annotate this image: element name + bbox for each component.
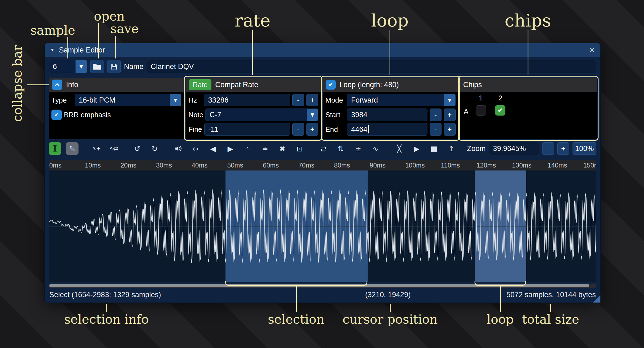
undo-icon: ↺ bbox=[134, 145, 140, 153]
normalize-icon: ↔ bbox=[193, 145, 199, 153]
annotation-line-selection-info bbox=[106, 304, 107, 312]
chevron-down-icon: ▼ bbox=[170, 94, 181, 106]
open-button[interactable] bbox=[90, 60, 104, 73]
window-collapse-icon[interactable]: ▼ bbox=[50, 47, 55, 53]
annotation-sample: sample bbox=[30, 23, 75, 38]
filter-button[interactable]: ∿ bbox=[369, 142, 382, 155]
invert-button[interactable]: ⇅ bbox=[335, 142, 347, 155]
annotation-cursor-position: cursor position bbox=[342, 312, 437, 327]
ruler-label: 20ms bbox=[120, 162, 136, 169]
redo-button[interactable]: ↻ bbox=[148, 142, 161, 155]
fade-out-button[interactable]: ▶ bbox=[224, 142, 237, 155]
ruler-label: 110ms bbox=[441, 162, 460, 169]
loop-annotation-box bbox=[321, 76, 460, 141]
floppy-icon bbox=[110, 63, 118, 70]
ruler-label: 60ms bbox=[263, 162, 279, 169]
annotation-line-selection bbox=[296, 286, 297, 312]
fade-in-button[interactable]: ◀ bbox=[207, 142, 219, 155]
zoom-reset-button[interactable]: 100% bbox=[573, 142, 596, 155]
resample-button[interactable]: ∿⇄ bbox=[107, 142, 120, 155]
cursor-position-text: (3210, 19429) bbox=[365, 291, 411, 299]
chevron-down-icon: ▼ bbox=[76, 60, 87, 73]
zoom-value: 39.9645% bbox=[493, 145, 526, 153]
name-input[interactable]: Clarinet DQV bbox=[147, 60, 596, 73]
zoom-minus-button[interactable]: - bbox=[542, 142, 554, 155]
zoom-input[interactable]: 39.9645% bbox=[489, 142, 539, 155]
undo-button[interactable]: ↺ bbox=[131, 142, 143, 155]
brr-emphasis-checkbox[interactable]: ✔ bbox=[51, 110, 62, 120]
resize-button[interactable]: ∿+ bbox=[90, 142, 102, 155]
crossfade-button[interactable]: ╳ bbox=[393, 142, 406, 155]
zoom-controls: Zoom 39.9645% - + 100% bbox=[467, 142, 596, 155]
sample-number-dropdown[interactable]: 6 ▼ bbox=[49, 60, 87, 73]
collapse-bar-button[interactable] bbox=[52, 80, 62, 90]
trim-icon: ⊡ bbox=[297, 145, 303, 153]
window-title: Sample Editor bbox=[59, 46, 105, 54]
ruler-label: 40ms bbox=[192, 162, 208, 169]
amplify-button[interactable] bbox=[172, 142, 185, 155]
make-instrument-button[interactable]: ↥ bbox=[445, 142, 457, 155]
trim-button[interactable]: ⊡ bbox=[293, 142, 306, 155]
annotation-save: save bbox=[110, 21, 139, 36]
zoom-label: Zoom bbox=[467, 145, 486, 153]
ruler-label: 0ms bbox=[49, 162, 61, 169]
annotation-line-loop bbox=[390, 30, 390, 75]
zoom-plus-button[interactable]: + bbox=[557, 142, 569, 155]
chips-annotation-box bbox=[458, 76, 599, 141]
annotation-line-cursor-position bbox=[390, 304, 391, 312]
delete-button[interactable]: ✖ bbox=[276, 142, 289, 155]
annotation-collapse-bar: collapse bar bbox=[10, 45, 25, 122]
stop-preview-button[interactable]: ■ bbox=[428, 142, 440, 155]
sign-button[interactable]: ± bbox=[352, 142, 364, 155]
ruler-label: 90ms bbox=[370, 162, 386, 169]
chevron-up-icon bbox=[54, 82, 60, 88]
screenshot-root: sample open save rate loop chips collaps… bbox=[0, 0, 644, 348]
type-dropdown[interactable]: 16-bit PCM ▼ bbox=[75, 94, 181, 106]
apply-silence-icon: ≐ bbox=[262, 145, 268, 153]
draw-tool-button[interactable]: ✎ bbox=[66, 142, 79, 155]
total-size-text: 5072 samples, 10144 bytes bbox=[506, 291, 596, 299]
select-tool-button[interactable]: I bbox=[49, 142, 61, 155]
filter-icon: ∿ bbox=[372, 145, 379, 153]
delete-icon: ✖ bbox=[279, 145, 286, 153]
ruler-label: 130ms bbox=[512, 162, 532, 169]
loop-bracket bbox=[475, 281, 526, 286]
sample-number-value: 6 bbox=[49, 60, 76, 73]
annotation-line-save bbox=[115, 36, 116, 58]
draw-tool-icon: ✎ bbox=[69, 145, 76, 153]
reverse-button[interactable]: ⇄ bbox=[317, 142, 330, 155]
ruler-label: 50ms bbox=[227, 162, 243, 169]
apply-silence-button[interactable]: ≐ bbox=[259, 142, 271, 155]
status-bar: Select (1654-2983: 1329 samples) (3210, … bbox=[49, 288, 596, 300]
ruler-label: 150ms bbox=[583, 162, 597, 169]
window-resize-grip[interactable] bbox=[593, 295, 600, 303]
waveform-area[interactable] bbox=[49, 170, 596, 282]
toolbar: I✎∿+∿⇄↺↻↔◀▶∸≐✖⊡⇄⇅±∿╳▶■↥ Zoom 39.9645% - … bbox=[49, 142, 596, 155]
preview-button[interactable]: ▶ bbox=[410, 142, 423, 155]
annotation-chips: chips bbox=[505, 11, 551, 31]
ruler-label: 70ms bbox=[299, 162, 315, 169]
annotation-rate: rate bbox=[235, 11, 270, 31]
ruler-label: 30ms bbox=[156, 162, 172, 169]
select-tool-icon: I bbox=[53, 144, 57, 153]
sign-icon: ± bbox=[355, 145, 361, 153]
timeline-ruler[interactable]: 0ms10ms20ms30ms40ms50ms60ms70ms80ms90ms1… bbox=[49, 160, 596, 170]
save-button[interactable] bbox=[107, 60, 121, 73]
resample-icon: ∿⇄ bbox=[109, 145, 117, 152]
selection-bracket bbox=[225, 281, 367, 286]
insert-silence-button[interactable]: ∸ bbox=[241, 142, 254, 155]
waveform-canvas[interactable] bbox=[49, 170, 596, 282]
brr-emphasis-label: BRR emphasis bbox=[64, 111, 111, 119]
annotation-total-size: total size bbox=[522, 312, 579, 327]
normalize-button[interactable]: ↔ bbox=[189, 142, 202, 155]
stop-preview-icon: ■ bbox=[430, 145, 437, 153]
type-value: 16-bit PCM bbox=[75, 94, 170, 106]
close-icon[interactable]: × bbox=[589, 45, 595, 55]
annotation-selection: selection bbox=[268, 312, 324, 327]
info-panel: Info Type 16-bit PCM ▼ ✔ BRR emphasis bbox=[49, 78, 184, 139]
amplify-icon bbox=[174, 145, 182, 153]
sample-row: 6 ▼ Name Clarinet DQV bbox=[49, 60, 596, 73]
name-label: Name bbox=[124, 63, 143, 71]
check-icon: ✔ bbox=[54, 111, 59, 119]
annotation-line-total-size bbox=[550, 304, 551, 312]
